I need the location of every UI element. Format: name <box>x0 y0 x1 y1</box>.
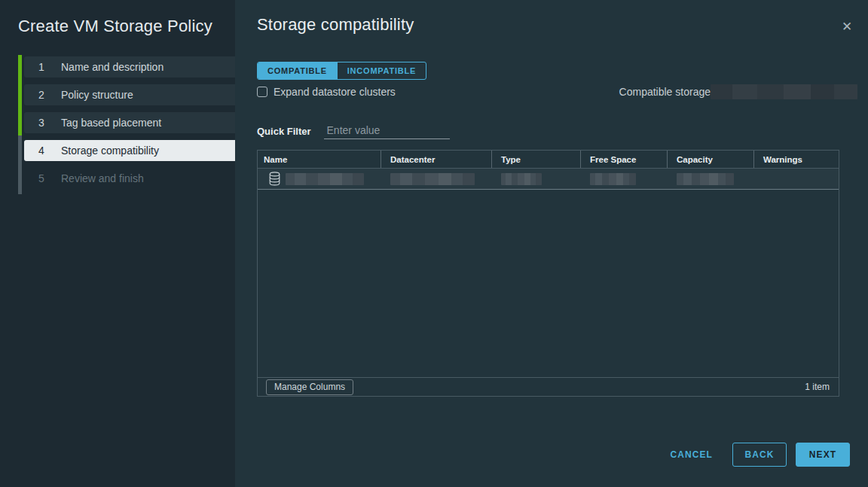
cell-datacenter-value-redacted <box>390 173 475 185</box>
cell-capacity-value-redacted <box>677 173 734 185</box>
step-number: 4 <box>37 145 46 157</box>
wizard-sidebar: Create VM Storage Policy 1 Name and desc… <box>0 0 235 487</box>
expand-datastore-clusters-checkbox[interactable] <box>257 87 267 97</box>
cell-type-value-redacted <box>501 173 542 185</box>
step-label: Tag based placement <box>61 117 161 129</box>
wizard-step-policy-structure[interactable]: 2 Policy structure <box>24 84 235 105</box>
expand-datastore-clusters-label: Expand datastore clusters <box>274 86 396 98</box>
quick-filter-label: Quick Filter <box>257 126 311 137</box>
cell-free-space <box>581 173 668 185</box>
wizard-step-tag-based-placement[interactable]: 3 Tag based placement <box>24 112 235 133</box>
column-header-free-space[interactable]: Free Space <box>581 151 668 168</box>
page-title: Storage compatibility <box>257 15 839 35</box>
wizard-step-name-and-description[interactable]: 1 Name and description <box>24 56 235 78</box>
column-header-name[interactable]: Name <box>258 151 381 168</box>
cell-free-space-value-redacted <box>590 173 636 185</box>
wizard-step-review-and-finish: 5 Review and finish <box>24 168 235 189</box>
tab-compatible[interactable]: COMPATIBLE <box>258 62 337 79</box>
cancel-button[interactable]: CANCEL <box>660 443 723 467</box>
datastore-icon <box>269 172 280 186</box>
step-label: Review and finish <box>61 172 144 184</box>
step-label: Storage compatibility <box>61 145 159 157</box>
step-label: Policy structure <box>61 89 133 101</box>
compatible-storage-table: Name Datacenter Type Free Space Capacity… <box>257 150 839 397</box>
progress-rail-remaining <box>18 135 22 194</box>
step-number: 1 <box>37 61 46 73</box>
step-label: Name and description <box>61 61 164 73</box>
step-number: 5 <box>37 172 46 184</box>
wizard-title: Create VM Storage Policy <box>0 0 235 36</box>
compatible-storage-value-redacted <box>711 84 857 99</box>
cell-datacenter <box>381 173 492 185</box>
column-header-type[interactable]: Type <box>492 151 581 168</box>
back-button[interactable]: BACK <box>732 443 787 467</box>
column-header-warnings[interactable]: Warnings <box>754 151 839 168</box>
table-header: Name Datacenter Type Free Space Capacity… <box>258 151 839 169</box>
compatible-storage-label: Compatible storage <box>619 86 711 98</box>
column-header-capacity[interactable]: Capacity <box>668 151 754 168</box>
compatible-storage-summary: Compatible storage <box>619 84 857 99</box>
quick-filter-input[interactable] <box>324 123 450 139</box>
progress-rail-completed <box>18 55 22 135</box>
column-header-datacenter[interactable]: Datacenter <box>381 151 492 168</box>
wizard-actions: CANCEL BACK NEXT <box>257 443 850 467</box>
cell-capacity <box>668 173 754 185</box>
table-footer: Manage Columns 1 item <box>258 377 839 396</box>
cell-name <box>258 172 381 186</box>
cell-name-value-redacted <box>286 173 364 185</box>
step-number: 2 <box>37 89 46 101</box>
table-row[interactable] <box>258 169 839 190</box>
compatibility-toggle: COMPATIBLE INCOMPATIBLE <box>257 62 426 80</box>
step-number: 3 <box>37 117 46 129</box>
wizard-step-storage-compatibility[interactable]: 4 Storage compatibility <box>24 140 235 161</box>
close-icon[interactable]: ✕ <box>838 18 856 36</box>
tab-incompatible[interactable]: INCOMPATIBLE <box>337 62 426 79</box>
create-vm-storage-policy-dialog: Create VM Storage Policy 1 Name and desc… <box>0 0 868 487</box>
wizard-steps: 1 Name and description 2 Policy structur… <box>24 56 235 189</box>
next-button[interactable]: NEXT <box>796 443 850 467</box>
table-empty-area <box>258 190 839 377</box>
storage-compatibility-panel: ✕ Storage compatibility COMPATIBLE INCOM… <box>235 0 868 487</box>
manage-columns-button[interactable]: Manage Columns <box>266 379 353 395</box>
quick-filter-row: Quick Filter <box>257 122 839 140</box>
item-count: 1 item <box>805 382 830 392</box>
cell-type <box>492 173 581 185</box>
